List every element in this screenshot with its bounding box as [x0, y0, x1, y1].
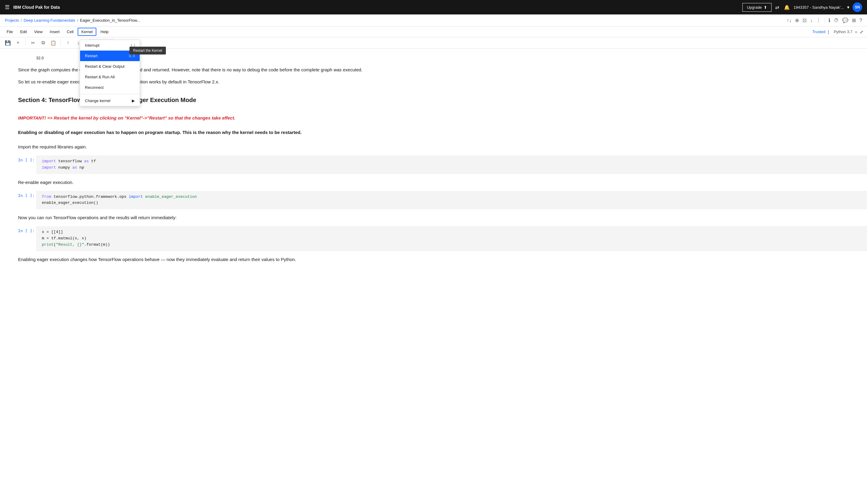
- code-block-3[interactable]: x = [[4]] m = tf.matmul(x, x) print("Res…: [36, 226, 867, 251]
- cut-button[interactable]: ✂: [29, 39, 37, 47]
- cell-output: 32.0: [36, 54, 867, 64]
- toolbar-divider2: [61, 40, 61, 46]
- reenable-text: Re-enable eager execution.: [18, 176, 867, 189]
- copy-button[interactable]: ⧉: [39, 39, 47, 47]
- cell-label-3: In [ ]:: [18, 226, 36, 233]
- breadcrumb-actions: ↑↓ ⊕ ⊡ ↓ ⋮ ℹ ⏱ 💬 ⊞ ?: [786, 18, 862, 23]
- divider: [825, 18, 825, 23]
- run-icon[interactable]: ↑↓: [786, 18, 791, 23]
- menu-view[interactable]: View: [31, 28, 45, 35]
- footer-text: Enabling eager execution changes how Ten…: [18, 254, 867, 266]
- dropdown-restart-clear[interactable]: Restart & Clear Output: [80, 61, 140, 72]
- breadcrumb-bar: Projects / Deep Learning Fundamentals / …: [0, 14, 867, 26]
- notification-icon[interactable]: 🔔: [784, 4, 790, 10]
- code-cell-3: In [ ]: x = [[4]] m = tf.matmul(x, x) pr…: [18, 226, 867, 251]
- nav-icons: ⇄ 🔔: [775, 4, 790, 10]
- top-navigation: ☰ IBM Cloud Pak for Data Upgrade ⬆ ⇄ 🔔 1…: [0, 0, 867, 14]
- dropdown-reconnect[interactable]: Reconnect: [80, 82, 140, 93]
- version-icon[interactable]: ⊡: [803, 18, 806, 23]
- code-cell-1: In [ ]: import tensorflow as tf import n…: [18, 156, 867, 174]
- comments-icon[interactable]: 💬: [842, 18, 848, 23]
- help-icon[interactable]: ?: [859, 18, 862, 23]
- menu-edit[interactable]: Edit: [17, 28, 30, 35]
- support-icon[interactable]: ⇄: [775, 4, 779, 10]
- cell-label-1: In [ ]:: [18, 156, 36, 162]
- menu-insert[interactable]: Insert: [47, 28, 63, 35]
- output-value: 32.0: [36, 56, 44, 60]
- python-info: Python 3.7: [834, 30, 852, 34]
- markdown-para2: So let us re-enable eager execution and …: [18, 76, 867, 88]
- section4-heading: Section 4: TensorFlow Operations With Ea…: [18, 93, 867, 107]
- current-notebook: Eager_Execution_in_TensorFlow...: [80, 18, 140, 23]
- dropdown-change-kernel[interactable]: Change kernel ▶: [80, 95, 140, 106]
- user-menu[interactable]: 1943357 - Sandhya Nayak'... ▼ SN: [793, 2, 862, 12]
- trusted-badge: Trusted: [812, 30, 825, 34]
- expand-icon[interactable]: ⤢: [860, 30, 864, 34]
- menu-cell[interactable]: Cell: [64, 28, 76, 35]
- grid-icon[interactable]: ⊞: [852, 18, 856, 23]
- download-icon[interactable]: ↓: [810, 18, 813, 23]
- hamburger-menu[interactable]: ☰: [5, 4, 10, 11]
- restart-kernel-tooltip: Restart the Kernel: [129, 47, 166, 54]
- breadcrumb: Projects / Deep Learning Fundamentals / …: [5, 18, 140, 23]
- brand-name: IBM Cloud Pak for Data: [13, 5, 739, 10]
- code-block-2[interactable]: from tensorflow.python.framework.ops imp…: [36, 191, 867, 210]
- more-options-icon[interactable]: ⋮: [816, 18, 821, 23]
- code-block-1[interactable]: import tensorflow as tf import numpy as …: [36, 156, 867, 174]
- jupyter-menubar: File Edit View Insert Cell Kernel Help T…: [0, 26, 867, 37]
- info-icon[interactable]: ℹ: [828, 18, 830, 23]
- para1-text: Since the graph computes the correct res…: [18, 67, 363, 72]
- notebook-content: 32.0 Since the graph computes the correc…: [0, 49, 867, 498]
- save-button[interactable]: 💾: [3, 39, 12, 47]
- code-cell-2: In [ ]: from tensorflow.python.framework…: [18, 191, 867, 210]
- menu-file[interactable]: File: [3, 28, 16, 35]
- dropdown-restart-run[interactable]: Restart & Run All: [80, 72, 140, 82]
- paste-button[interactable]: 📋: [49, 39, 57, 47]
- import-text: Import the required libraries again.: [18, 141, 867, 153]
- share-icon[interactable]: ⊕: [795, 18, 799, 23]
- important-text: IMPORTANT! => Restart the kernel by clic…: [18, 112, 867, 124]
- bold-note: Enabling or disabling of eager execution…: [18, 127, 867, 139]
- kernel-status-icon: ○: [855, 30, 857, 34]
- user-avatar: SN: [853, 2, 862, 12]
- projects-link[interactable]: Projects: [5, 18, 19, 23]
- move-up-button[interactable]: ↑: [64, 39, 72, 47]
- upgrade-button[interactable]: Upgrade ⬆: [742, 3, 772, 12]
- markdown-para1: Since the graph computes the correct res…: [18, 64, 867, 76]
- cell-label-2: In [ ]:: [18, 191, 36, 198]
- run-text: Now you can run TensorFlow operations an…: [18, 212, 867, 224]
- add-cell-button[interactable]: +: [14, 39, 22, 47]
- history-icon[interactable]: ⏱: [834, 18, 839, 23]
- menu-kernel[interactable]: Kernel: [78, 28, 96, 36]
- dropdown-divider: [80, 94, 140, 94]
- deep-learning-link[interactable]: Deep Learning Fundamentals: [24, 18, 75, 23]
- menu-help[interactable]: Help: [98, 28, 112, 35]
